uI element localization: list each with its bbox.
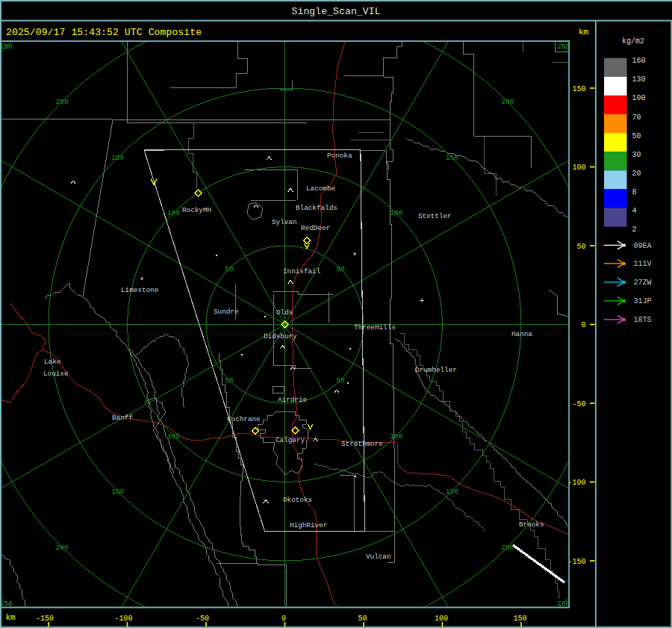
svg-text:Hanna: Hanna bbox=[511, 330, 532, 338]
svg-text:100: 100 bbox=[632, 94, 646, 102]
svg-text:kg/m2: kg/m2 bbox=[622, 37, 644, 46]
svg-text:250: 250 bbox=[0, 43, 13, 51]
svg-text:Single_Scan_VIL: Single_Scan_VIL bbox=[292, 6, 381, 17]
svg-text:200: 200 bbox=[501, 544, 514, 552]
svg-text:*: * bbox=[140, 277, 144, 285]
svg-text:Calgary: Calgary bbox=[276, 436, 305, 444]
svg-text:250: 250 bbox=[557, 43, 570, 51]
svg-text:-100: -100 bbox=[114, 615, 132, 623]
svg-text:0: 0 bbox=[281, 615, 286, 623]
svg-text:150: 150 bbox=[111, 154, 124, 162]
svg-text:0: 0 bbox=[581, 321, 585, 329]
svg-text:200: 200 bbox=[501, 98, 514, 106]
svg-text:100: 100 bbox=[390, 209, 402, 217]
svg-text:-50: -50 bbox=[196, 615, 209, 623]
svg-text:20: 20 bbox=[632, 170, 641, 178]
svg-text:Sundre: Sundre bbox=[214, 308, 238, 316]
svg-text:Ponoka: Ponoka bbox=[327, 152, 352, 160]
svg-text:100: 100 bbox=[167, 432, 180, 441]
svg-text:*: * bbox=[352, 252, 357, 261]
svg-text:30: 30 bbox=[632, 151, 641, 159]
svg-text:111V: 111V bbox=[634, 260, 652, 268]
svg-text:150: 150 bbox=[111, 488, 124, 496]
svg-text:200: 200 bbox=[56, 544, 69, 552]
svg-text:Vulcan: Vulcan bbox=[366, 553, 391, 561]
svg-text:250: 250 bbox=[557, 600, 570, 608]
svg-text:18TS: 18TS bbox=[634, 316, 652, 324]
svg-text:50: 50 bbox=[576, 243, 585, 251]
svg-text:50: 50 bbox=[358, 615, 367, 623]
svg-text:Brooks: Brooks bbox=[519, 520, 544, 529]
svg-text:150: 150 bbox=[513, 615, 526, 623]
svg-text:Louise: Louise bbox=[43, 370, 68, 378]
svg-text:70: 70 bbox=[632, 114, 641, 122]
svg-text:50: 50 bbox=[336, 265, 345, 273]
svg-text:200: 200 bbox=[56, 98, 69, 106]
svg-text:km: km bbox=[6, 613, 16, 622]
svg-text:Innisfail: Innisfail bbox=[283, 267, 321, 276]
svg-text:HighRiver: HighRiver bbox=[290, 521, 327, 529]
svg-text:8: 8 bbox=[632, 188, 637, 196]
svg-text:Lacombe: Lacombe bbox=[306, 184, 335, 193]
svg-text:Didsbury: Didsbury bbox=[264, 332, 297, 341]
svg-text:Stettler: Stettler bbox=[418, 212, 452, 220]
svg-text:50: 50 bbox=[632, 132, 641, 140]
svg-text:RockyMH: RockyMH bbox=[182, 206, 211, 214]
svg-text:50: 50 bbox=[225, 265, 234, 273]
svg-text:4: 4 bbox=[632, 207, 637, 215]
svg-text:160: 160 bbox=[632, 57, 646, 65]
svg-text:31JP: 31JP bbox=[634, 297, 652, 305]
svg-text:Okotoks: Okotoks bbox=[283, 496, 312, 504]
svg-text:Limestone: Limestone bbox=[121, 286, 158, 294]
svg-text:27ZW: 27ZW bbox=[634, 279, 652, 287]
svg-text:2025/09/17 15:43:52 UTC Compos: 2025/09/17 15:43:52 UTC Composite bbox=[6, 27, 202, 38]
svg-text:100: 100 bbox=[572, 164, 585, 172]
svg-text:150: 150 bbox=[446, 488, 458, 496]
svg-text:100: 100 bbox=[167, 209, 180, 217]
svg-text:km: km bbox=[579, 28, 589, 37]
svg-text:150: 150 bbox=[572, 85, 585, 93]
svg-text:130: 130 bbox=[632, 75, 646, 84]
svg-text:2: 2 bbox=[632, 226, 637, 234]
svg-text:50: 50 bbox=[225, 376, 234, 385]
svg-text:100: 100 bbox=[435, 615, 448, 623]
svg-text:Blackfalds: Blackfalds bbox=[296, 204, 337, 212]
svg-text:100: 100 bbox=[390, 432, 402, 441]
svg-text:Strathmore: Strathmore bbox=[341, 440, 383, 448]
svg-text:Airdrie: Airdrie bbox=[278, 396, 307, 404]
svg-text:150: 150 bbox=[446, 154, 458, 162]
svg-text:RedDeer: RedDeer bbox=[301, 224, 330, 232]
svg-text:-50: -50 bbox=[572, 400, 585, 408]
svg-text:+: + bbox=[420, 297, 424, 305]
svg-text:ThreeHills: ThreeHills bbox=[354, 323, 396, 332]
svg-text:Lake: Lake bbox=[44, 358, 60, 366]
svg-text:-150: -150 bbox=[567, 558, 585, 566]
svg-text:09EA: 09EA bbox=[634, 242, 652, 250]
svg-text:Sylvan: Sylvan bbox=[272, 218, 296, 226]
svg-text:-100: -100 bbox=[567, 479, 585, 487]
svg-text:-150: -150 bbox=[36, 615, 54, 623]
svg-text:Banff: Banff bbox=[112, 414, 133, 422]
svg-text:250: 250 bbox=[0, 600, 13, 608]
svg-text:Cochrane: Cochrane bbox=[227, 415, 261, 423]
svg-text:Olds: Olds bbox=[276, 308, 293, 317]
svg-text:50: 50 bbox=[336, 376, 345, 385]
svg-text:Drumheller: Drumheller bbox=[415, 366, 457, 374]
